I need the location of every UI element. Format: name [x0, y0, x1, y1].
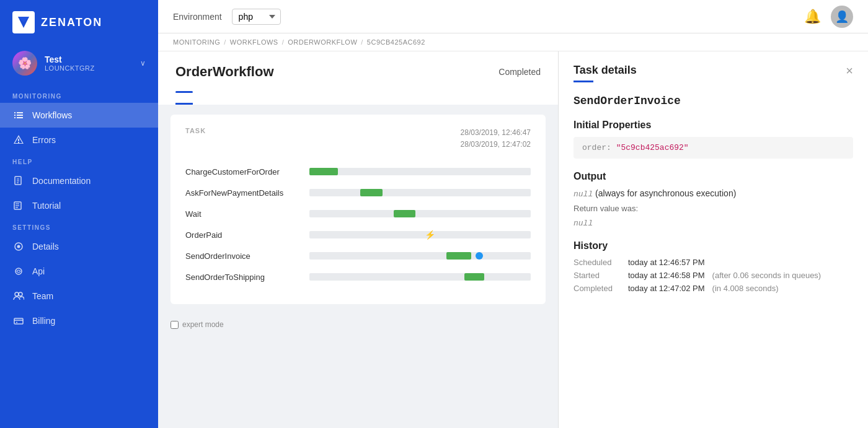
task-name: Wait — [185, 209, 309, 219]
order-key: order: — [582, 143, 611, 152]
env-select[interactable]: php node python — [232, 9, 281, 25]
output-desc: null (always for asynchronous execution) — [574, 188, 853, 199]
timeline-date2: 28/03/2019, 12:47:02 — [309, 139, 531, 151]
sidebar-item-workflows[interactable]: Workflows — [0, 103, 158, 128]
section-label-help: HELP — [0, 152, 158, 168]
table-row: OrderPaid ⚡ — [185, 229, 531, 241]
tab-timeline[interactable] — [175, 87, 193, 105]
notification-icon[interactable]: 🔔 — [804, 9, 821, 25]
breadcrumb-workflows[interactable]: WORKFLOWS — [230, 38, 278, 46]
tutorial-icon — [12, 199, 25, 212]
bar-fill — [360, 189, 383, 196]
history-time-started: today at 12:46:58 PM — [628, 271, 705, 280]
bar-bg — [309, 273, 531, 281]
workflow-title: OrderWorkflow — [175, 64, 274, 80]
output-description: (always for asynchronous execution) — [595, 188, 736, 198]
history-event-scheduled: Scheduled — [574, 258, 623, 267]
return-label: Return value was: — [574, 204, 853, 213]
order-value: "5c9cb425ac692" — [616, 143, 689, 152]
sidebar-item-api-label: Api — [32, 266, 45, 276]
history-row-started: Started today at 12:46:58 PM (after 0.06… — [574, 271, 853, 280]
workflow-header: OrderWorkflow Completed — [158, 51, 558, 105]
billing-icon — [12, 315, 25, 327]
errors-icon — [12, 134, 25, 146]
history-event-started: Started — [574, 271, 623, 280]
expert-mode-row: expert mode — [158, 314, 558, 339]
breadcrumb-sep-3: / — [361, 38, 363, 46]
panel-title: Task details — [574, 64, 637, 77]
lightning-icon: ⚡ — [425, 230, 435, 240]
sidebar-item-errors[interactable]: Errors — [0, 128, 158, 152]
table-row: SendOrderToShipping — [185, 271, 531, 283]
return-null-text: null — [574, 219, 593, 228]
history-time-scheduled: today at 12:46:57 PM — [628, 258, 705, 267]
output-title: Output — [574, 171, 853, 182]
expert-mode-label: expert mode — [182, 320, 224, 329]
sidebar-item-details[interactable]: Details — [0, 234, 158, 259]
bar-fill — [394, 210, 416, 217]
user-photo[interactable]: 👤 — [831, 6, 853, 28]
history-row-completed: Completed today at 12:47:02 PM (in 4.008… — [574, 284, 853, 293]
sidebar-item-tutorial-label: Tutorial — [32, 201, 61, 211]
sidebar-item-details-label: Details — [32, 242, 59, 251]
task-bar-area — [309, 271, 531, 283]
sidebar-item-documentation-label: Documentation — [32, 176, 91, 186]
output-null-text: null — [574, 190, 593, 199]
avatar: 🌸 — [12, 51, 37, 76]
sidebar-item-billing-label: Billing — [32, 316, 55, 326]
task-header-row: TASK 28/03/2019, 12:46:47 28/03/2019, 12… — [185, 127, 531, 155]
task-col-label: TASK — [185, 127, 309, 134]
panel-header: Task details × — [574, 64, 853, 77]
content-area: OrderWorkflow Completed TASK 28/03/2019,… — [158, 51, 868, 428]
close-icon[interactable]: × — [846, 64, 853, 77]
initial-properties-title: Initial Properties — [574, 120, 853, 131]
env-label: Environment — [173, 12, 222, 22]
svg-rect-13 — [14, 318, 23, 324]
sidebar-item-documentation[interactable]: Documentation — [0, 168, 158, 193]
task-name: SendOrderInvoice — [185, 251, 309, 261]
user-menu[interactable]: 🌸 Test LOUNCKTGRZ ∨ — [0, 45, 158, 87]
bar-bg — [309, 168, 531, 175]
breadcrumb-id[interactable]: 5C9CB425AC692 — [367, 38, 425, 46]
breadcrumb: MONITORING / WORKFLOWS / ORDERWORKFLOW /… — [158, 33, 868, 51]
panel-title-underline — [574, 81, 593, 82]
sidebar-item-api[interactable]: Api — [0, 259, 158, 284]
api-icon — [12, 265, 25, 277]
history-event-completed: Completed — [574, 284, 623, 293]
timeline-date1: 28/03/2019, 12:46:47 — [309, 127, 531, 139]
sidebar: ZENATON 🌸 Test LOUNCKTGRZ ∨ MONITORING W… — [0, 0, 158, 428]
section-label-monitoring: MONITORING — [0, 87, 158, 103]
task-bar-area — [309, 165, 531, 178]
history-time-completed: today at 12:47:02 PM — [628, 284, 705, 293]
table-row[interactable]: SendOrderInvoice — [185, 250, 531, 262]
sidebar-item-workflows-label: Workflows — [32, 110, 72, 120]
breadcrumb-monitoring[interactable]: MONITORING — [173, 38, 220, 46]
table-row: Wait — [185, 207, 531, 220]
task-details-panel: Task details × SendOrderInvoice Initial … — [558, 51, 868, 428]
chevron-down-icon: ∨ — [140, 59, 146, 68]
breadcrumb-orderworkflow[interactable]: ORDERWORKFLOW — [288, 38, 357, 46]
documentation-icon — [12, 175, 25, 187]
sidebar-item-team[interactable]: Team — [0, 284, 158, 308]
svg-point-11 — [15, 292, 19, 296]
logo-text: ZENATON — [41, 16, 102, 29]
task-name: ChargeCustomerForOrder — [185, 167, 309, 177]
bar-bg — [309, 252, 531, 260]
main-content: Environment php node python 🔔 👤 MONITORI… — [158, 0, 868, 428]
history-section: History Scheduled today at 12:46:57 PM S… — [574, 240, 853, 293]
sidebar-item-billing[interactable]: Billing — [0, 308, 158, 333]
workflow-tab-bar — [175, 87, 541, 105]
details-icon — [12, 240, 25, 253]
sidebar-item-tutorial[interactable]: Tutorial — [0, 193, 158, 218]
task-bar-area: ⚡ — [309, 229, 531, 241]
sidebar-item-team-label: Team — [32, 291, 53, 301]
expert-mode-checkbox[interactable] — [170, 321, 179, 329]
logo-icon — [12, 11, 35, 33]
logo: ZENATON — [0, 0, 158, 45]
svg-point-12 — [19, 292, 22, 296]
user-info: Test LOUNCKTGRZ — [45, 55, 133, 72]
task-bar-area — [309, 186, 531, 199]
section-label-settings: SETTINGS — [0, 218, 158, 234]
task-name: SendOrderToShipping — [185, 273, 309, 282]
workflows-icon — [12, 109, 25, 121]
